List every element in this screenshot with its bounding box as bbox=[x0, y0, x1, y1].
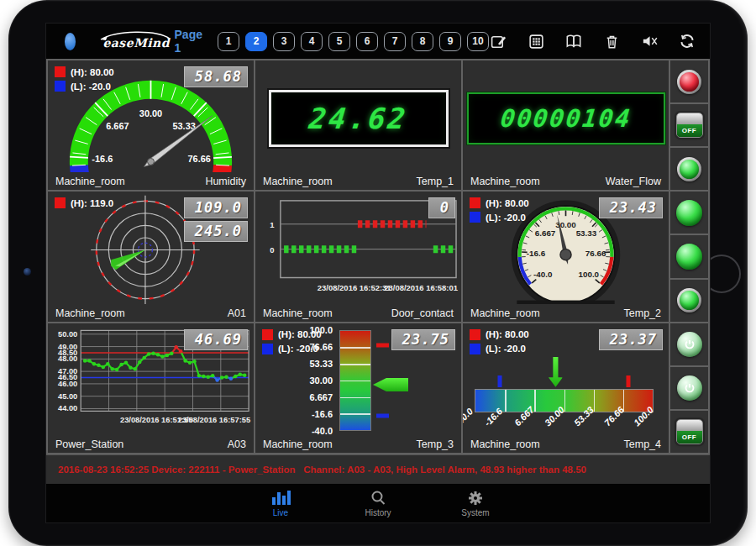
low-limit-marker bbox=[498, 375, 502, 387]
svg-text:76.66: 76.66 bbox=[187, 154, 210, 164]
power-button-2[interactable] bbox=[670, 367, 708, 409]
tab-system[interactable]: System bbox=[449, 490, 502, 517]
led-lamp-1 bbox=[670, 192, 708, 234]
page-buttons: 12345678910 bbox=[218, 32, 489, 51]
widget-grid: (H): 80.00 (L): -20.0 58.68 -40.0-16.66.… bbox=[46, 59, 710, 454]
widget-humidity-gauge[interactable]: (H): 80.00 (L): -20.0 58.68 -40.0-16.66.… bbox=[48, 60, 254, 190]
high-limit-label: (H): 119.0 bbox=[71, 198, 113, 208]
low-limit-swatch bbox=[55, 81, 66, 92]
device-name: Machine_room bbox=[55, 176, 125, 187]
page-button-2[interactable]: 2 bbox=[245, 32, 267, 51]
low-limit-swatch bbox=[470, 344, 480, 354]
seven-segment-counter: 00000104 bbox=[467, 92, 665, 144]
page-button-10[interactable]: 10 bbox=[467, 32, 489, 51]
svg-text:23/08/2016 16:52:31: 23/08/2016 16:52:31 bbox=[318, 284, 391, 293]
horizontal-bar-meter: -40.0-16.66.66730.0053.3376.66100.0 bbox=[475, 360, 654, 438]
low-limit-label: (L): -20.0 bbox=[486, 213, 526, 223]
digital-value: 23.75 bbox=[391, 329, 455, 350]
device-name: Machine_room bbox=[470, 176, 540, 187]
channel-name: Temp_2 bbox=[624, 307, 661, 319]
svg-text:23/08/2016 16:58:01: 23/08/2016 16:58:01 bbox=[384, 284, 458, 293]
svg-text:48.00: 48.00 bbox=[58, 354, 77, 363]
toggle-switch-1[interactable]: OFF bbox=[670, 104, 708, 146]
threshold-legend: (H): 80.00 (L): -20.0 bbox=[262, 329, 322, 354]
page-button-3[interactable]: 3 bbox=[273, 32, 295, 51]
toggle-switch-2[interactable]: OFF bbox=[670, 411, 708, 453]
svg-text:-16.6: -16.6 bbox=[92, 154, 113, 164]
svg-text:23/08/2016 16:57:55: 23/08/2016 16:57:55 bbox=[178, 416, 250, 424]
scale-label: -40.0 bbox=[312, 426, 333, 436]
book-icon[interactable] bbox=[564, 32, 583, 50]
high-limit-marker bbox=[376, 343, 389, 347]
page-button-1[interactable]: 1 bbox=[218, 32, 239, 51]
alarm-message: 2016-08-23 16:52:25 Device: 222111 - Pow… bbox=[46, 454, 710, 484]
page-button-7[interactable]: 7 bbox=[384, 32, 406, 51]
alarm-lamp-red bbox=[670, 60, 708, 102]
widget-doorcontact-trend[interactable]: 0 1023/08/2016 16:52:3123/08/2016 16:58:… bbox=[255, 192, 461, 321]
led-lamp-2 bbox=[670, 235, 708, 277]
indicator-strip: OFFOFF bbox=[670, 60, 708, 453]
page-button-9[interactable]: 9 bbox=[439, 32, 461, 51]
value-pointer bbox=[549, 357, 563, 387]
threshold-legend: (H): 119.0 bbox=[55, 197, 113, 208]
threshold-legend: (H): 80.00 (L): -20.0 bbox=[470, 329, 529, 354]
toolbar: easeMind Page 1 12345678910 bbox=[46, 24, 710, 59]
low-limit-swatch bbox=[470, 212, 480, 223]
gradient-bar bbox=[339, 330, 371, 431]
widget-a01-radar[interactable]: (H): 119.0 109.0 245.0 Machine_roomA01 bbox=[48, 192, 254, 321]
channel-name: Temp_3 bbox=[417, 438, 454, 450]
device-name: Machine_room bbox=[263, 176, 333, 187]
scale-label: -40.0 bbox=[463, 406, 475, 428]
digital-value: 58.68 bbox=[184, 66, 248, 87]
scale-label: 6.667 bbox=[309, 392, 333, 402]
page-button-8[interactable]: 8 bbox=[412, 32, 433, 51]
tab-live[interactable]: Live bbox=[254, 490, 307, 517]
high-limit-marker bbox=[626, 375, 630, 387]
power-button-1[interactable] bbox=[670, 323, 708, 365]
svg-text:0: 0 bbox=[270, 245, 274, 255]
radar-values: 109.0 245.0 bbox=[184, 197, 248, 242]
threshold-legend: (H): 80.00 (L): -20.0 bbox=[55, 66, 114, 92]
svg-text:45.00: 45.00 bbox=[58, 391, 77, 400]
low-limit-label: (L): -20.0 bbox=[486, 344, 526, 354]
toolbar-icons bbox=[489, 32, 696, 50]
status-lamp-2 bbox=[670, 280, 708, 322]
low-limit-marker bbox=[376, 414, 389, 418]
device-name: Power_Station bbox=[55, 438, 123, 450]
scale-label: -16.6 bbox=[312, 409, 333, 419]
camera-icon bbox=[24, 268, 31, 276]
tab-history[interactable]: History bbox=[351, 490, 405, 517]
svg-text:100.0: 100.0 bbox=[579, 270, 600, 279]
channel-name: A03 bbox=[228, 438, 246, 450]
widget-a03-trend-chart[interactable]: 46.69 50.0049.0048.5048.0047.0046.5046.0… bbox=[48, 323, 254, 453]
svg-text:-40.0: -40.0 bbox=[533, 270, 553, 279]
widget-waterflow-counter[interactable]: 00000104 Machine_roomWater_Flow bbox=[463, 60, 669, 190]
page-button-6[interactable]: 6 bbox=[356, 32, 378, 51]
high-limit-swatch bbox=[470, 197, 480, 208]
widget-temp3-barmeter[interactable]: (H): 80.00 (L): -20.0 23.75 100.076.6653… bbox=[255, 323, 461, 453]
status-lamp-1 bbox=[670, 148, 708, 190]
edit-icon[interactable] bbox=[489, 32, 507, 50]
scale-label: 30.00 bbox=[309, 375, 333, 386]
channel-name: A01 bbox=[228, 307, 246, 319]
refresh-icon[interactable] bbox=[678, 32, 696, 50]
high-limit-label: (H): 80.00 bbox=[486, 198, 529, 208]
widget-temp2-gauge[interactable]: (H): 80.00 (L): -20.0 23.43 -40.0-16.66.… bbox=[463, 192, 669, 321]
channel-name: Water_Flow bbox=[606, 176, 661, 187]
svg-text:50.00: 50.00 bbox=[58, 329, 77, 338]
seven-segment-display: 24.62 bbox=[269, 90, 449, 147]
high-limit-label: (H): 80.00 bbox=[71, 67, 114, 77]
page-button-5[interactable]: 5 bbox=[328, 32, 350, 51]
page-label: Page 1 bbox=[175, 28, 202, 55]
mute-icon[interactable] bbox=[640, 32, 659, 50]
widget-temp1-display[interactable]: 24.62 Machine_roomTemp_1 bbox=[255, 60, 461, 190]
page-button-4[interactable]: 4 bbox=[301, 32, 323, 51]
trash-icon[interactable] bbox=[602, 32, 621, 50]
live-chart-icon bbox=[270, 490, 291, 507]
high-limit-swatch bbox=[55, 197, 66, 208]
svg-text:-16.6: -16.6 bbox=[527, 249, 546, 258]
svg-text:6.667: 6.667 bbox=[106, 121, 129, 131]
channel-name: Temp_4 bbox=[624, 438, 661, 450]
grid-icon[interactable] bbox=[527, 32, 545, 50]
widget-temp4-barmeter[interactable]: (H): 80.00 (L): -20.0 23.37 -40.0-16.66.… bbox=[463, 323, 669, 453]
